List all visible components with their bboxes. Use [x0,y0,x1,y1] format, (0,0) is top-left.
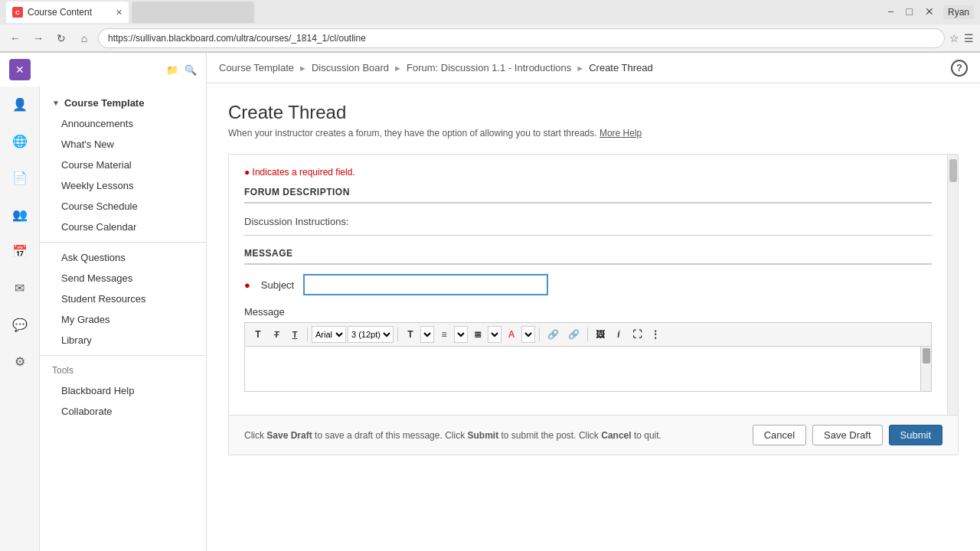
form-footer: Click Save Draft to save a draft of this… [229,415,958,455]
toolbar-image[interactable]: 🖼 [592,327,609,342]
rail-globe-icon[interactable]: 🌐 [8,129,31,152]
rail-tools-icon[interactable]: ⚙ [8,350,31,373]
list-num-select[interactable] [488,326,501,343]
sidebar-toggle-button[interactable]: ✕ [9,59,31,80]
folder-icon[interactable]: 📁 [166,64,178,76]
list-select[interactable] [454,326,468,343]
toolbar-color[interactable]: A [503,327,520,342]
browser-toolbar-icons: ☆ ☰ [949,32,974,44]
editor-scrollbar[interactable] [920,347,931,391]
form-scroll-thumb [949,159,957,182]
toolbar-list-numbered[interactable]: ≣ [469,327,486,342]
toolbar-bold-1[interactable]: T [250,327,266,342]
toolbar-format-t[interactable]: T [402,327,419,342]
subject-row: ● Subject [244,274,932,295]
sidebar-item-student-resources[interactable]: Student Resources [40,289,206,309]
tab-title: Course Content [28,7,92,18]
toolbar-link[interactable]: 🔗 [544,327,563,342]
toolbar-fullscreen[interactable]: ⛶ [629,327,645,342]
toolbar-divider-1 [307,328,308,341]
sidebar-item-ask-questions[interactable]: Ask Questions [40,247,206,268]
minimize-icon[interactable]: − [884,5,897,19]
color-select[interactable] [521,326,535,343]
sidebar-item-send-messages[interactable]: Send Messages [40,268,206,289]
toolbar-unlink[interactable]: 🔗 [564,327,583,342]
sidebar-tools-header: Tools [40,360,206,380]
forum-description-label: FORUM DESCRIPTION [244,187,932,204]
sidebar-item-course-schedule[interactable]: Course Schedule [40,196,206,217]
cancel-button[interactable]: Cancel [753,425,806,445]
submit-button[interactable]: Submit [889,425,942,445]
required-indicator: ● Indicates a required field. [244,167,932,178]
forward-button[interactable]: → [29,29,47,47]
bookmark-icon[interactable]: ☆ [949,32,959,44]
more-help-link[interactable]: More Help [599,128,642,139]
help-icon[interactable]: ? [951,60,968,77]
rail-calendar-icon[interactable]: 📅 [8,240,31,262]
close-icon[interactable]: ✕ [922,5,937,19]
message-section-label: MESSAGE [244,248,932,265]
sidebar-item-weekly-lessons[interactable]: Weekly Lessons [40,175,206,196]
editor-area[interactable] [244,346,932,392]
sidebar-item-collaborate[interactable]: Collaborate [40,401,206,422]
font-size-select[interactable]: 3 (12pt) [348,326,394,343]
breadcrumb-course-template[interactable]: Course Template [219,62,294,73]
sidebar-content: 👤 🌐 📄 👥 📅 ✉ 💬 ⚙ ▼ Course Template Announ… [0,86,206,551]
sidebar-item-my-grades[interactable]: My Grades [40,309,206,330]
sidebar-header: ✕ 📁 🔍 [0,53,206,86]
toolbar-format-more[interactable]: i [610,327,627,342]
toolbar-more[interactable]: ⋮ [647,327,664,342]
breadcrumb-arrow-1: ► [299,64,307,73]
refresh-button[interactable]: ↻ [52,29,70,47]
sidebar-divider-2 [40,355,206,356]
search-icon[interactable]: 🔍 [185,64,197,76]
subject-input[interactable] [303,274,548,295]
browser-titlebar: C Course Content ✕ − □ ✕ Ryan [0,0,980,24]
message-row: Message T T T Arial [244,306,932,392]
toolbar-divider-4 [587,328,588,341]
rail-email-icon[interactable]: ✉ [8,276,31,299]
toolbar-italic-1[interactable]: T [268,328,285,341]
toolbar-underline-1[interactable]: T [286,328,303,341]
sidebar-item-whats-new[interactable]: What's New [40,134,206,155]
browser-tab-icon: C [12,7,23,18]
sidebar-item-library[interactable]: Library [40,330,206,350]
page-subtitle: When your instructor creates a forum, th… [228,128,959,139]
user-name: Ryan [943,5,974,19]
breadcrumb-bar: Course Template ► Discussion Board ► For… [207,53,980,83]
subject-required-star: ● [244,279,250,291]
format-select[interactable] [420,326,434,343]
home-button[interactable]: ⌂ [75,29,93,47]
form-card-inner: ● Indicates a required field. FORUM DESC… [229,155,947,415]
sidebar-menu: ▼ Course Template Announcements What's N… [40,86,206,551]
browser-chrome: C Course Content ✕ − □ ✕ Ryan ← → ↻ ⌂ ☆ … [0,0,980,53]
message-section: MESSAGE ● Subject Message [244,248,932,392]
toolbar-list-bullet[interactable]: ≡ [436,327,452,342]
main-container: ✕ 📁 🔍 👤 🌐 📄 👥 📅 ✉ 💬 ⚙ ▼ Course Templ [0,53,980,551]
rail-person-icon[interactable]: 👥 [8,203,31,226]
breadcrumb-arrow-2: ► [394,64,402,73]
breadcrumb-forum[interactable]: Forum: Discussion 1.1 - Introductions [407,62,571,73]
sidebar-item-blackboard-help[interactable]: Blackboard Help [40,380,206,401]
address-bar[interactable] [98,28,945,48]
tab-close-icon[interactable]: ✕ [116,8,122,18]
sidebar-item-course-material[interactable]: Course Material [40,155,206,175]
extensions-icon[interactable]: ☰ [964,32,974,44]
rail-doc-icon[interactable]: 📄 [8,166,31,189]
back-button[interactable]: ← [6,29,24,47]
sidebar: ✕ 📁 🔍 👤 🌐 📄 👥 📅 ✉ 💬 ⚙ ▼ Course Templ [0,53,207,551]
page-title: Create Thread [228,102,959,123]
form-scrollbar[interactable] [947,155,958,415]
rail-chat-icon[interactable]: 💬 [8,313,31,336]
breadcrumb-discussion-board[interactable]: Discussion Board [312,62,389,73]
font-family-select[interactable]: Arial [312,326,346,343]
rail-user-icon[interactable]: 👤 [8,93,31,116]
sidebar-item-course-calendar[interactable]: Course Calendar [40,217,206,237]
sidebar-section-header[interactable]: ▼ Course Template [40,93,206,113]
sidebar-item-announcements[interactable]: Announcements [40,113,206,134]
browser-tab[interactable]: C Course Content ✕ [6,2,129,23]
maximize-icon[interactable]: □ [903,5,916,19]
save-draft-button[interactable]: Save Draft [812,425,882,445]
subject-label: Subject [261,279,294,291]
discussion-instructions-label: Discussion Instructions: [244,216,349,227]
